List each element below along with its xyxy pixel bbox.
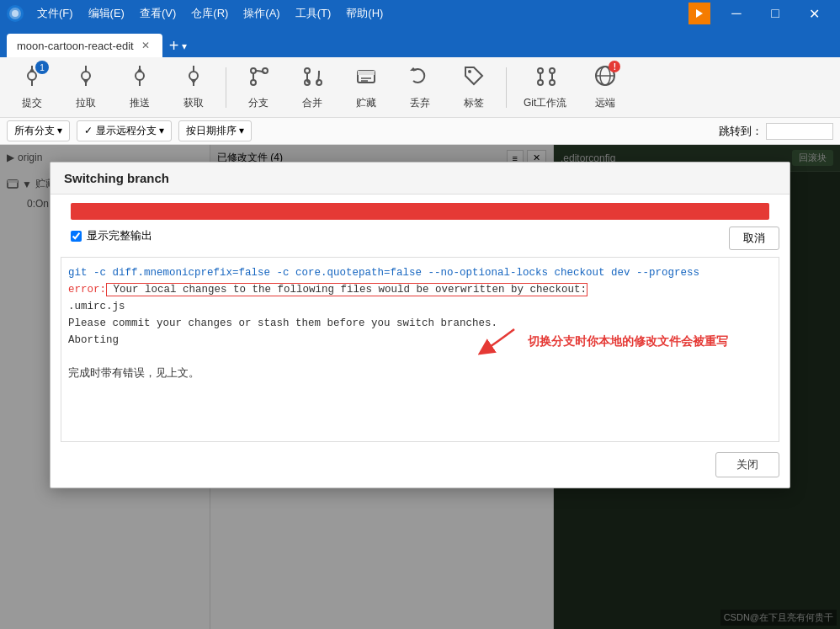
checkbox-label: 显示完整输出 (87, 228, 152, 243)
menu-tools[interactable]: 工具(T) (289, 3, 338, 24)
dialog-overlay: Switching branch 显示完整输出 取消 git -c diff.m… (0, 145, 840, 629)
toolbar-fetch[interactable]: 获取 (168, 59, 219, 115)
active-tab[interactable]: moon-cartoon-react-edit ✕ (7, 34, 162, 57)
jump-label: 跳转到： (719, 124, 763, 139)
toolbar-pull[interactable]: 拉取 (61, 59, 111, 115)
stash-icon (354, 64, 378, 93)
output-file-name: .umirc.js (68, 301, 125, 312)
dialog-progress-row: 显示完整输出 取消 (51, 220, 789, 257)
dialog-title: Switching branch (51, 163, 789, 195)
jump-input[interactable] (766, 123, 833, 140)
toolbar-branch[interactable]: 分支 (233, 59, 284, 115)
toolbar-tag[interactable]: 标签 (449, 59, 499, 115)
menu-repo[interactable]: 仓库(R) (184, 3, 235, 24)
toolbar-discard[interactable]: 丢弃 (395, 59, 445, 115)
output-error-message: Your local changes to the following file… (106, 283, 587, 296)
commit-badge: 1 (35, 61, 49, 74)
discard-icon (408, 64, 432, 93)
svg-marker-10 (83, 80, 88, 84)
svg-point-11 (136, 72, 144, 80)
commit-label: 提交 (22, 96, 42, 110)
dialog-cancel-button[interactable]: 取消 (729, 227, 779, 250)
toolbar-gitflow[interactable]: Git工作流 (513, 59, 577, 115)
svg-point-32 (468, 70, 471, 73)
svg-marker-18 (191, 80, 196, 84)
fetch-icon (182, 64, 205, 93)
title-bar: 文件(F) 编辑(E) 查看(V) 仓库(R) 操作(A) 工具(T) 帮助(H… (0, 0, 840, 27)
flag-icon (688, 3, 710, 24)
svg-rect-28 (358, 71, 375, 75)
svg-point-7 (82, 72, 90, 80)
output-line-error: error: Your local changes to the followi… (68, 281, 772, 298)
gitflow-icon (534, 64, 557, 93)
annotation: 切换分支时你本地的修改文件会被重写 (472, 325, 728, 359)
svg-point-36 (550, 80, 555, 85)
tag-label: 标签 (464, 96, 484, 110)
menu-edit[interactable]: 编辑(E) (82, 3, 131, 24)
svg-point-33 (538, 68, 543, 73)
show-remote-branches-button[interactable]: ✓ 显示远程分支 ▾ (77, 120, 172, 141)
tag-icon (462, 64, 486, 93)
svg-point-1 (12, 10, 19, 17)
dialog-output: git -c diff.mnemonicprefix=false -c core… (61, 257, 779, 442)
branch-bar: 所有分支 ▾ ✓ 显示远程分支 ▾ 按日期排序 ▾ 跳转到： (0, 118, 840, 145)
pull-icon (74, 64, 98, 93)
sort-by-date-button[interactable]: 按日期排序 ▾ (178, 120, 252, 141)
merge-icon (300, 64, 324, 93)
toolbar-stash[interactable]: 贮藏 (341, 59, 391, 115)
push-icon (128, 64, 152, 93)
dialog-progress-bar (71, 203, 769, 220)
menu-help[interactable]: 帮助(H) (339, 3, 390, 24)
svg-point-15 (189, 72, 198, 80)
branch-label: 分支 (248, 96, 268, 110)
gitflow-label: Git工作流 (524, 96, 566, 110)
window-controls: ─ □ ✕ (717, 0, 833, 27)
tab-close-button[interactable]: ✕ (139, 39, 152, 52)
dialog-close-button[interactable]: 关闭 (715, 452, 779, 477)
svg-point-19 (251, 68, 256, 73)
menu-file[interactable]: 文件(F) (30, 3, 80, 24)
full-output-checkbox-input[interactable] (71, 231, 82, 242)
svg-point-3 (28, 72, 36, 80)
fetch-label: 获取 (183, 96, 204, 110)
remote-icon: ! (593, 64, 617, 93)
svg-marker-2 (696, 9, 703, 18)
push-label: 推送 (130, 96, 150, 110)
remote-label: 远端 (595, 96, 615, 110)
toolbar-sep-1 (226, 67, 226, 108)
output-error-label: error: (68, 284, 106, 296)
all-branches-button[interactable]: 所有分支 ▾ (7, 120, 70, 141)
show-full-output-checkbox[interactable]: 显示完整输出 (61, 227, 162, 250)
menu-bar: 文件(F) 编辑(E) 查看(V) 仓库(R) 操作(A) 工具(T) 帮助(H… (30, 3, 688, 24)
toolbar-push[interactable]: 推送 (114, 59, 165, 115)
menu-action[interactable]: 操作(A) (237, 3, 286, 24)
branch-jump: 跳转到： (719, 123, 833, 140)
svg-marker-14 (137, 67, 142, 72)
dialog: Switching branch 显示完整输出 取消 git -c diff.m… (50, 162, 790, 488)
svg-point-34 (538, 80, 543, 85)
main-content: ▶ origin ▼ 贮藏 0:On master: 1111 已修改文件 (4… (0, 145, 840, 629)
merge-label: 合并 (302, 96, 322, 110)
menu-view[interactable]: 查看(V) (133, 3, 183, 24)
svg-point-23 (305, 68, 310, 73)
svg-point-35 (550, 68, 555, 73)
output-warning-text: Please commit your changes or stash them… (68, 317, 497, 329)
tab-bar: moon-cartoon-react-edit ✕ + ▾ (0, 27, 840, 57)
output-line-cmd: git -c diff.mnemonicprefix=false -c core… (68, 264, 772, 281)
stash-label: 贮藏 (356, 96, 376, 110)
toolbar-remote[interactable]: ! 远端 (580, 59, 630, 115)
discard-label: 丢弃 (410, 96, 430, 110)
minimize-button[interactable]: ─ (717, 0, 756, 27)
toolbar-merge[interactable]: 合并 (287, 59, 338, 115)
output-aborting-text: Aborting (68, 334, 119, 346)
maximize-button[interactable]: □ (756, 0, 795, 27)
new-tab-button[interactable]: + ▾ (162, 35, 194, 57)
tab-label: moon-cartoon-react-edit (17, 40, 134, 52)
toolbar-commit[interactable]: 1 提交 (7, 59, 57, 115)
close-button[interactable]: ✕ (795, 0, 833, 27)
output-line-file: .umirc.js (68, 298, 772, 315)
commit-icon: 1 (20, 64, 44, 93)
annotation-text: 切换分支时你本地的修改文件会被重写 (528, 333, 728, 351)
toolbar-sep-2 (506, 67, 507, 108)
app-logo (7, 5, 24, 22)
